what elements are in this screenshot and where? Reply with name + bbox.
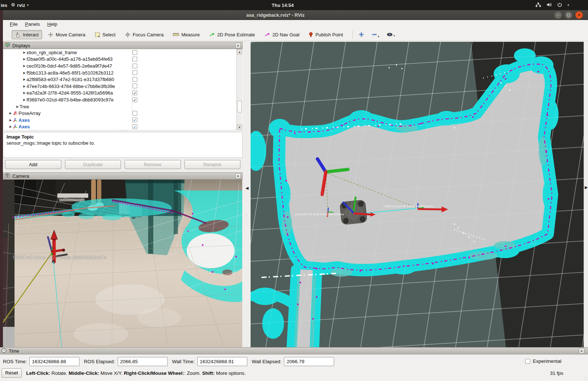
tree-row-axes[interactable]: ▶Axes✓ — [3, 124, 243, 130]
expander-icon[interactable]: ▶ — [22, 51, 27, 54]
close-button[interactable]: × — [575, 11, 583, 19]
reset-button[interactable]: Reset — [1, 368, 22, 378]
menu-file[interactable]: File — [7, 21, 21, 28]
select-box-icon — [95, 32, 100, 37]
enable-checkbox[interactable]: ✓ — [133, 124, 137, 129]
chevron-down-icon[interactable]: ▾ — [567, 3, 569, 7]
tree-row-f5bb1313-ac8a-46e5-85f1-b510262b3112[interactable]: ▶f5bb1313-ac8a-46e5-85f1-b510262b3112 — [3, 69, 243, 76]
rename-button[interactable]: Rename — [184, 160, 241, 169]
tree-row-cec0f10b-0dcf-4e57-9d85-2e6ea9f7de47[interactable]: ▶cec0f10b-0dcf-4e57-9d85-2e6ea9f7de47 — [3, 63, 243, 69]
menu-help[interactable]: Help — [44, 21, 61, 28]
enable-checkbox[interactable] — [133, 50, 137, 55]
enable-checkbox[interactable] — [133, 70, 137, 75]
close-icon[interactable]: ✕ — [235, 43, 241, 48]
enable-checkbox[interactable]: ✓ — [133, 97, 137, 102]
tool-move-camera[interactable]: Move Camera — [44, 30, 89, 39]
wall-time-input[interactable] — [197, 357, 247, 366]
tree-row-ea7d2a3f-1f78-42d4-9555-1426f1a5696a[interactable]: ▶ea7d2a3f-1f78-42d4-9555-1426f1a5696a✓ — [3, 90, 243, 97]
tree-row-axes[interactable]: ▶Axes✓ — [3, 117, 243, 124]
enable-checkbox[interactable] — [133, 77, 137, 82]
tool-publish-point[interactable]: Publish Point — [305, 30, 346, 39]
enable-checkbox[interactable] — [133, 64, 137, 68]
tree-row-ff3687e0-02cd-4873-b4be-dbb83093c97e[interactable]: ▶ff3687e0-02cd-4873-b4be-dbb83093c97e✓ — [3, 96, 243, 103]
power-icon[interactable] — [557, 2, 562, 8]
scrollbar[interactable]: ▲ ▼ — [236, 49, 242, 130]
scroll-down-icon[interactable]: ▼ — [237, 124, 242, 130]
camera-panel-header[interactable]: Camera ✕ — [3, 172, 243, 180]
activities-button[interactable]: ies — [1, 3, 7, 8]
expander-icon[interactable]: ▶ — [15, 105, 20, 108]
camera-viewport[interactable]: ff3687e0-02cd-4873-b4be-dbb83093c97e — [3, 180, 242, 347]
ros-time-input[interactable] — [29, 357, 80, 366]
expander-icon[interactable]: ▶ — [22, 78, 27, 81]
expander-icon[interactable]: ▶ — [8, 119, 13, 122]
property-description: Image Topic sensor_msgs::Image topic to … — [3, 132, 243, 158]
tool-interact[interactable]: Interact — [12, 30, 42, 39]
collapse-right-icon[interactable]: ▶ — [585, 185, 588, 190]
tool-measure[interactable]: Measure — [169, 30, 203, 39]
collapse-left-icon[interactable]: ◀ — [246, 186, 248, 190]
remove-button[interactable]: Remove — [125, 160, 181, 169]
checkbox-icon[interactable] — [525, 359, 530, 364]
enable-checkbox[interactable]: ✓ — [133, 91, 137, 95]
tool-eye[interactable]: ▾ — [384, 31, 397, 38]
camera-panel-title: Camera — [12, 173, 29, 179]
wall-elapsed-input[interactable] — [284, 357, 334, 366]
tree-row-f2bae0f5-a00c-44d5-a176-a15eb854fe63[interactable]: ▶f2bae0f5-a00c-44d5-a176-a15eb854fe63 — [3, 56, 243, 63]
menu-panels[interactable]: Panels — [22, 21, 43, 28]
resize-grip[interactable]: ······ — [584, 377, 587, 380]
enable-checkbox[interactable] — [133, 57, 137, 61]
volume-icon[interactable] — [546, 2, 552, 8]
tree-row-a2f88583-e037-47e2-9181-e317d37fb680[interactable]: ▶a2f88583-e037-47e2-9181-e317d37fb680 — [3, 76, 243, 83]
status-segment: Right-Click/Mouse Wheel: — [124, 370, 184, 376]
duplicate-button[interactable]: Duplicate — [65, 160, 121, 169]
ros-elapsed-input[interactable] — [118, 357, 168, 366]
expander-icon[interactable]: ▶ — [8, 125, 13, 128]
tree-row-47ee7c4b-6633-4784-88be-c7bb6e3fb39e[interactable]: ▶47ee7c4b-6633-4784-88be-c7bb6e3fb39e — [3, 83, 243, 90]
tree-row-tree[interactable]: ▶Tree — [3, 103, 243, 110]
scroll-up-icon[interactable]: ▲ — [237, 49, 242, 55]
close-icon[interactable]: ✕ — [235, 173, 241, 179]
desktop-edge — [0, 10, 3, 347]
expander-icon[interactable]: ▶ — [22, 91, 27, 95]
render-viewport[interactable]: ea7d2a3f-1f78-42d4-9555-1426f1a5696a ff3… — [251, 42, 584, 347]
tool-zoom-out-minus[interactable]: ▾ — [369, 31, 381, 39]
expander-icon[interactable]: ▶ — [22, 64, 27, 68]
status-segment: More options. — [215, 370, 246, 376]
expander-icon[interactable]: ▶ — [22, 85, 27, 88]
tool-2d-nav-goal[interactable]: 2D Nav Goal — [261, 30, 303, 39]
expander-icon[interactable]: ▶ — [8, 112, 13, 115]
menu-bar: FilePanelsHelp — [3, 20, 588, 28]
clock[interactable]: Thu 14:54 — [272, 0, 294, 10]
tool-focus-camera[interactable]: Focus Camera — [121, 30, 167, 39]
expander-icon[interactable]: ▶ — [22, 71, 27, 75]
maximize-button[interactable] — [565, 11, 572, 19]
network-icon[interactable] — [535, 2, 541, 8]
close-icon[interactable]: ✕ — [579, 348, 584, 354]
expander-icon[interactable]: ▶ — [22, 57, 27, 61]
window-titlebar[interactable]: asa_ridgeback.rviz* - RViz − × — [3, 10, 588, 20]
scrollbar-thumb[interactable] — [237, 101, 242, 112]
panel-splitter[interactable]: ····· ◀ — [243, 42, 251, 347]
displays-panel-header[interactable]: Displays ✕ — [3, 42, 243, 49]
enable-checkbox[interactable] — [133, 111, 137, 116]
tool-zoom-in-plus[interactable] — [356, 31, 366, 39]
app-menu-rviz[interactable]: rviz ▾ — [11, 3, 29, 8]
add-button[interactable]: Add — [5, 160, 61, 169]
pose-estimate-arrow-icon — [209, 32, 215, 37]
focus-camera-icon — [125, 32, 130, 37]
time-panel-header[interactable]: Time ✕ — [0, 347, 588, 354]
chevron-down-icon[interactable]: ▾ — [393, 34, 395, 37]
tree-row-posearray[interactable]: ▶PoseArray — [3, 110, 243, 117]
experimental-checkbox[interactable]: Experimental — [525, 358, 561, 364]
tree-row-xtion-rgb-optical-frame[interactable]: ▶xtion_rgb_optical_frame — [3, 49, 243, 56]
tool-select[interactable]: Select — [91, 30, 119, 39]
expander-icon[interactable]: ▶ — [22, 98, 27, 101]
toolbar-grip[interactable]: ······ — [7, 32, 10, 37]
tool-2d-pose-estimate[interactable]: 2D Pose Estimate — [206, 30, 259, 39]
chevron-down-icon[interactable]: ▾ — [378, 35, 379, 38]
minimize-button[interactable]: − — [554, 11, 562, 19]
enable-checkbox[interactable]: ✓ — [133, 117, 137, 122]
enable-checkbox[interactable] — [133, 84, 137, 88]
panel-splitter-right[interactable]: ▶ — [584, 42, 588, 347]
